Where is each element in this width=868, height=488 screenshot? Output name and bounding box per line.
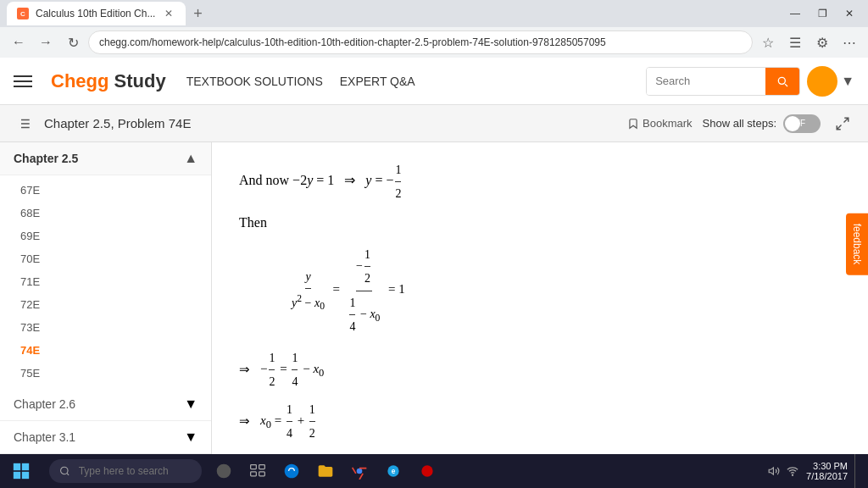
address-bar[interactable]: chegg.com/homework-help/calculus-10th-ed… — [88, 30, 753, 54]
frac-1-2c: 12 — [309, 399, 315, 444]
taskbar-search-input[interactable] — [70, 458, 192, 485]
search-button[interactable] — [765, 68, 799, 95]
extensions-icon[interactable]: ⚙ — [810, 30, 834, 54]
bookmark-icon — [627, 118, 639, 130]
volume-svg-icon — [768, 465, 780, 477]
refresh-button[interactable]: ↻ — [61, 30, 85, 54]
problem-73e[interactable]: 73E — [0, 316, 211, 339]
taskbar-cortana-icon[interactable] — [209, 454, 239, 488]
math-expr-3: x0 = 14 + 12 — [260, 399, 317, 444]
show-steps-toggle[interactable]: OFF — [783, 114, 821, 133]
tab-close-button[interactable]: ✕ — [162, 7, 175, 20]
browser-tab[interactable]: C Calculus 10th Edition Ch... ✕ — [7, 2, 186, 25]
hamburger-line — [14, 80, 32, 82]
toggle-knob — [785, 116, 800, 131]
problem-75e[interactable]: 75E — [0, 362, 211, 385]
back-button[interactable]: ← — [7, 30, 31, 54]
user-dropdown-arrow[interactable]: ▼ — [841, 74, 854, 89]
chapter-2-6-title: Chapter 2.6 — [14, 397, 75, 411]
new-tab-button[interactable]: + — [186, 2, 209, 25]
title-bar: C Calculus 10th Edition Ch... ✕ + — ❐ ✕ — [0, 0, 868, 27]
window-controls: — ❐ ✕ — [783, 5, 861, 22]
math-line-1: And now −2y = 1 ⇒ y = −12 — [239, 159, 841, 204]
problem-71e[interactable]: 71E — [0, 270, 211, 293]
chrome-icon — [351, 463, 368, 480]
svg-marker-23 — [769, 468, 773, 474]
chapter-3-1-expand-arrow: ▼ — [184, 430, 198, 445]
header-search: ▼ — [646, 66, 854, 97]
chapter-3-1-header[interactable]: Chapter 3.1 ▼ — [0, 421, 211, 454]
problem-70e[interactable]: 70E — [0, 247, 211, 270]
header-nav: TEXTBOOK SOLUTIONS EXPERT Q&A — [186, 75, 415, 88]
taskbar-ie-icon[interactable]: e — [378, 454, 409, 488]
expand-button[interactable] — [831, 112, 854, 136]
feedback-tab[interactable]: feedback — [846, 214, 868, 275]
expert-qa-nav[interactable]: EXPERT Q&A — [340, 75, 415, 88]
taskbar-systray — [767, 464, 799, 478]
show-desktop-button[interactable] — [854, 454, 861, 488]
math-fraction-block: y y2 − x0 = −12 14 − x0 = 1 — [290, 244, 841, 337]
taskbar-edge-icon[interactable] — [276, 454, 307, 488]
problem-72e[interactable]: 72E — [0, 293, 211, 316]
chapter-2-6-header[interactable]: Chapter 2.6 ▼ — [0, 388, 211, 421]
svg-rect-16 — [259, 465, 265, 469]
svg-point-24 — [792, 474, 793, 475]
taskbar-time: 3:30 PM 7/18/2017 — [806, 461, 848, 481]
start-button[interactable] — [0, 454, 42, 488]
svg-text:e: e — [392, 467, 396, 475]
problem-68e[interactable]: 68E — [0, 202, 211, 225]
problem-title: Chapter 2.5, Problem 74E — [44, 116, 191, 130]
math-content: And now −2y = 1 ⇒ y = −12 Then y y2 − x0… — [239, 159, 841, 454]
taskbar-chrome-icon[interactable] — [344, 454, 375, 488]
taskbar-task-view-icon[interactable] — [242, 454, 273, 488]
search-icon — [776, 75, 789, 88]
svg-line-13 — [67, 473, 69, 474]
chegg-logo[interactable]: Chegg Study — [51, 70, 166, 92]
bookmark-star-icon[interactable]: ☆ — [756, 30, 780, 54]
minimize-button[interactable]: — — [783, 5, 807, 22]
textbook-solutions-nav[interactable]: TEXTBOOK SOLUTIONS — [186, 75, 323, 88]
math-line-2: ⇒ −12 = 14 − x0 — [239, 347, 841, 392]
bookmark-button[interactable]: Bookmark — [627, 117, 693, 130]
chegg-header: Chegg Study TEXTBOOK SOLUTIONS EXPERT Q&… — [0, 58, 868, 105]
problem-69e[interactable]: 69E — [0, 225, 211, 247]
taskbar-explorer-icon[interactable] — [310, 454, 341, 488]
svg-rect-18 — [259, 472, 265, 476]
tab-favicon: C — [17, 8, 29, 19]
svg-point-22 — [421, 465, 432, 476]
svg-rect-17 — [251, 472, 257, 476]
menu-icon[interactable]: ☰ — [783, 30, 807, 54]
forward-button[interactable]: → — [34, 30, 58, 54]
hamburger-line — [14, 75, 32, 77]
volume-icon[interactable] — [767, 464, 781, 478]
network-icon[interactable] — [786, 464, 799, 478]
frac-complex: −12 14 − x0 — [348, 244, 380, 337]
list-icon[interactable] — [14, 114, 34, 134]
chapter-2-5-header[interactable]: Chapter 2.5 ▲ — [0, 142, 211, 175]
svg-line-6 — [844, 118, 849, 122]
taskbar-app6-icon[interactable] — [412, 454, 442, 488]
arrow-symbol-2: ⇒ — [239, 410, 250, 433]
app6-icon — [419, 463, 436, 480]
cortana-icon — [215, 463, 232, 480]
restore-button[interactable]: ❐ — [810, 5, 834, 22]
problem-67e[interactable]: 67E — [0, 179, 211, 202]
hamburger-line — [14, 86, 32, 87]
taskbar-search[interactable] — [49, 459, 202, 483]
user-avatar[interactable] — [807, 66, 837, 97]
close-button[interactable]: ✕ — [837, 5, 861, 22]
math-line-then: Then — [239, 211, 841, 236]
network-svg-icon — [787, 465, 798, 477]
hamburger-menu[interactable] — [14, 69, 37, 93]
frac-1-2b: 12 — [269, 347, 275, 392]
more-icon[interactable]: ⋯ — [837, 30, 861, 54]
bookmark-label: Bookmark — [643, 117, 693, 130]
problem-74e[interactable]: 74E — [0, 339, 211, 362]
chapter-2-5-collapse-arrow: ▲ — [184, 151, 198, 166]
chapter-3-1-title: Chapter 3.1 — [14, 430, 75, 444]
arrow-symbol-1: ⇒ — [239, 358, 250, 381]
svg-rect-9 — [22, 463, 29, 470]
search-input[interactable] — [647, 68, 765, 95]
windows-icon — [13, 463, 30, 480]
frac-1-4: 14 — [292, 347, 298, 392]
